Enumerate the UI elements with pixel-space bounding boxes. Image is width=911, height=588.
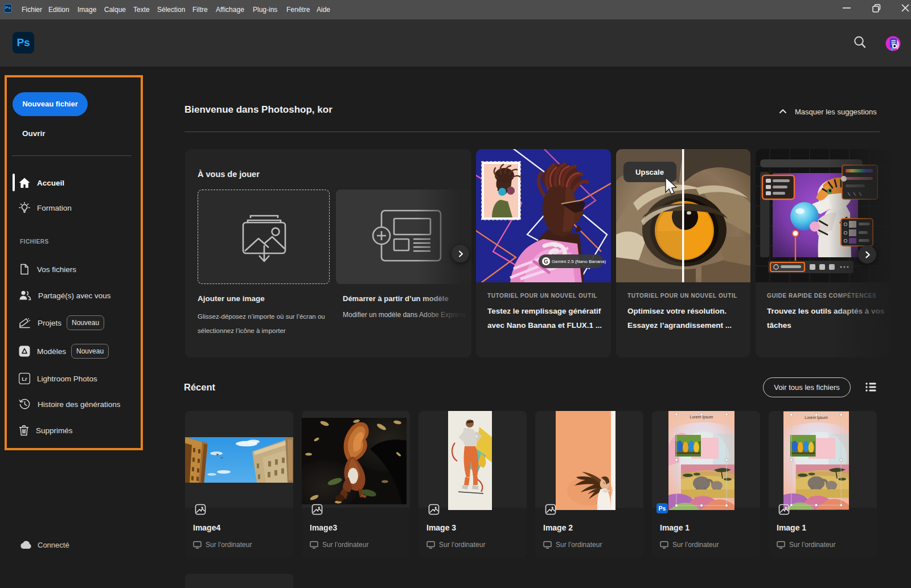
svg-text:Lr: Lr: [22, 376, 27, 382]
svg-text:Gemini 2.5 (Nano Banana): Gemini 2.5 (Nano Banana): [552, 259, 606, 264]
svg-text:G: G: [544, 258, 548, 265]
svg-text:Upscale: Upscale: [635, 168, 664, 176]
